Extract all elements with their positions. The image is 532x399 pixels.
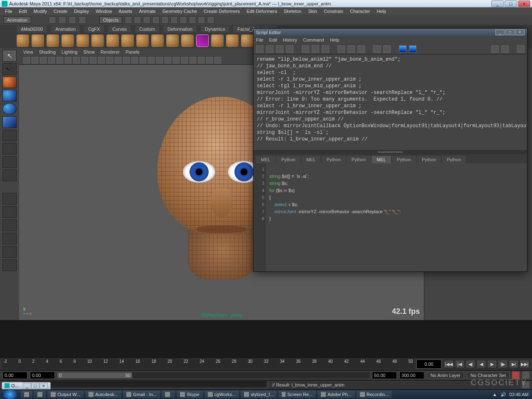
last-tool[interactable]	[2, 156, 17, 168]
vp-icon[interactable]	[140, 57, 146, 64]
vp-icon[interactable]	[214, 57, 221, 64]
min-button[interactable]: _	[23, 383, 31, 389]
vp-menu-item[interactable]: Panels	[126, 49, 140, 54]
shelf-icon[interactable]	[106, 34, 119, 47]
vp-menu-item[interactable]: Show	[84, 49, 95, 54]
script-tab[interactable]: MEL	[256, 156, 276, 163]
toolbar-icon[interactable]	[198, 16, 205, 24]
taskbar-item[interactable]: stylized_f...	[241, 391, 277, 398]
toolbar-icon[interactable]	[69, 16, 76, 24]
se-icon[interactable]	[337, 45, 345, 53]
tray-icon[interactable]: 🔊	[500, 392, 506, 397]
taskbar-item[interactable]: Gmail - In...	[123, 391, 160, 398]
select-tool[interactable]	[2, 50, 17, 62]
module-dropdown[interactable]: Animation	[3, 16, 31, 24]
step-back-button[interactable]: |◀	[455, 360, 465, 368]
shelf-icon[interactable]	[151, 34, 164, 47]
script-input[interactable]: 12345678 string $sl[] = `ls -sl`; string…	[254, 163, 527, 271]
vp-icon[interactable]	[90, 57, 96, 64]
range-end-field[interactable]: 300.00	[399, 372, 424, 379]
toolbar-icon[interactable]	[161, 16, 169, 24]
layout-tool[interactable]	[2, 170, 17, 181]
menu-skeleton[interactable]: Skeleton	[281, 9, 305, 14]
manip-tool[interactable]	[2, 130, 17, 141]
timeline-ruler[interactable]: -202468101214161820222426283032343638404…	[2, 359, 415, 369]
se-maximize-button[interactable]: □	[505, 30, 515, 35]
toolbar-icon[interactable]	[170, 16, 178, 24]
anim-layer-dropdown[interactable]: No Anim Layer	[427, 372, 464, 379]
se-icon[interactable]	[322, 45, 329, 53]
current-frame-field[interactable]: 0.00	[416, 360, 441, 369]
toolbar-icon[interactable]	[79, 16, 86, 24]
taskbar-item[interactable]: Skype	[177, 391, 203, 398]
layout-persp[interactable]	[2, 233, 17, 244]
vp-icon[interactable]	[123, 57, 130, 64]
move-tool[interactable]	[2, 90, 17, 101]
toolbar-icon[interactable]	[49, 16, 56, 24]
layout-graph[interactable]	[2, 259, 17, 271]
vp-menu-item[interactable]: Renderer	[101, 49, 120, 54]
go-end-button[interactable]: ▶▶|	[520, 360, 530, 368]
vp-icon[interactable]	[57, 57, 63, 64]
taskbar-item[interactable]: Output W...	[47, 391, 84, 398]
menu-assets[interactable]: Assets	[115, 9, 135, 14]
taskbar-item[interactable]: cgWorks...	[204, 391, 239, 398]
shelf-icon[interactable]	[226, 34, 239, 47]
menu-animate[interactable]: Animate	[135, 9, 159, 14]
shelf-icon[interactable]	[32, 34, 44, 47]
se-execute-all-icon[interactable]	[399, 45, 406, 53]
taskbar-item[interactable]	[21, 391, 32, 398]
menu-display[interactable]: Display	[71, 9, 92, 14]
taskbar-item[interactable]: Autodesk...	[85, 391, 121, 398]
menu-geometry-cache[interactable]: Geometry Cache	[159, 9, 200, 14]
vp-icon[interactable]	[81, 57, 88, 64]
prev-key-button[interactable]: ◀|	[466, 360, 475, 368]
menu-skin[interactable]: Skin	[305, 9, 320, 14]
splitter-handle[interactable]	[378, 151, 403, 153]
range-inner-start-field[interactable]: 0.00	[30, 372, 55, 379]
shelf-tab[interactable]: Deformation	[163, 26, 197, 32]
start-button[interactable]	[2, 390, 18, 399]
se-icon[interactable]	[286, 45, 293, 53]
layout-outliner[interactable]	[2, 219, 17, 231]
shelf-icon[interactable]	[47, 34, 59, 47]
shelf-icon-cube[interactable]	[196, 34, 209, 47]
lasso-tool[interactable]: ↖⬚	[2, 63, 17, 75]
layout-single[interactable]	[2, 193, 17, 204]
shelf-icon[interactable]	[17, 34, 29, 47]
vp-menu-item[interactable]: Lighting	[62, 49, 78, 54]
tray-icon[interactable]: ▲	[493, 392, 497, 397]
vp-icon[interactable]	[73, 57, 80, 64]
minimize-button[interactable]: _	[491, 0, 504, 7]
taskbar-item[interactable]	[162, 391, 175, 398]
vp-icon[interactable]	[98, 57, 105, 64]
vp-icon[interactable]	[148, 57, 155, 64]
paint-tool[interactable]	[2, 76, 17, 88]
shelf-icon[interactable]	[241, 34, 254, 47]
vp-menu-item[interactable]: View	[23, 49, 33, 54]
se-icon[interactable]	[276, 45, 283, 53]
vp-icon[interactable]	[190, 57, 196, 64]
menu-character[interactable]: Character	[347, 9, 373, 14]
script-tab[interactable]: Python	[442, 156, 466, 163]
toolbar-icon[interactable]	[134, 16, 141, 24]
toolbar-icon[interactable]	[207, 16, 214, 24]
toolbar-icon[interactable]	[59, 16, 66, 24]
se-minimize-button[interactable]: _	[495, 30, 505, 35]
range-slider[interactable]: 050	[57, 372, 369, 378]
menu-window[interactable]: Window	[92, 9, 115, 14]
menu-edit-deformers[interactable]: Edit Deformers	[243, 9, 280, 14]
se-menu-item[interactable]: History	[283, 37, 297, 42]
range-handle[interactable]: 050	[57, 372, 132, 378]
close-button[interactable]: ×	[39, 383, 48, 389]
vp-icon[interactable]	[106, 57, 113, 64]
range-inner-end-field[interactable]: 50.00	[372, 372, 397, 379]
se-icon[interactable]	[347, 45, 355, 53]
soft-mod-tool[interactable]	[2, 143, 17, 155]
close-button[interactable]: ×	[518, 0, 530, 7]
script-tab[interactable]: Python	[322, 156, 346, 163]
se-icon[interactable]	[373, 45, 381, 53]
menu-help[interactable]: Help	[373, 9, 389, 14]
vp-icon[interactable]	[115, 57, 121, 64]
shelf-tab[interactable]: Dynamics	[201, 26, 229, 32]
